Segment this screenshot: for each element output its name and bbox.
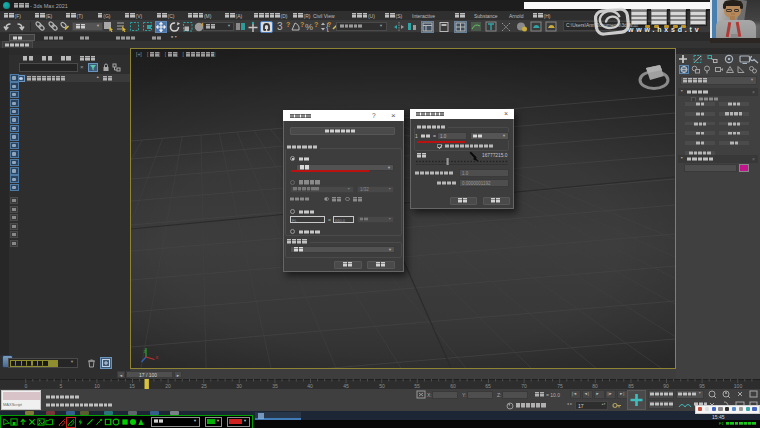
svg-text:z: z [144, 348, 147, 354]
svg-text:x: x [156, 354, 159, 360]
svg-text:?: ? [300, 21, 304, 28]
svg-text:{: { [326, 22, 329, 32]
svg-text:%: % [305, 22, 313, 32]
svg-text:3: 3 [277, 21, 283, 32]
svg-text:?: ? [286, 21, 290, 28]
